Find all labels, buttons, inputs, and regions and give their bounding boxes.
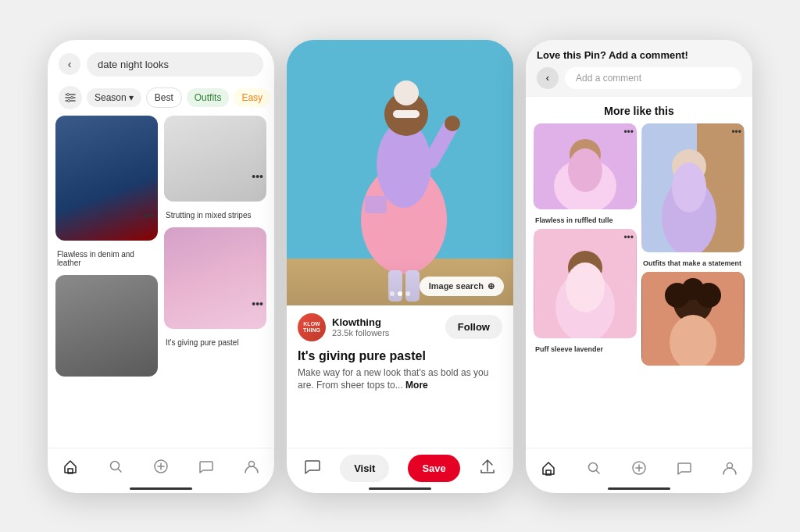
- more-col-2: ••• Outfits that make a statement: [641, 123, 745, 448]
- svg-rect-22: [365, 196, 387, 213]
- pin-label-pastel: It's giving pure pastel: [164, 335, 266, 348]
- more-card-puff[interactable]: •••: [534, 229, 637, 338]
- nav-search[interactable]: [108, 459, 123, 474]
- hero-dot-1: [390, 291, 395, 296]
- more-image-ruffled: [534, 123, 637, 209]
- search-bar-area: ‹ date night looks: [48, 40, 274, 83]
- share-icon: [479, 458, 496, 475]
- more-card-label-puff: Puff sleeve lavender: [534, 343, 637, 353]
- svg-point-18: [394, 80, 419, 105]
- phone-3: Love this Pin? Add a comment! ‹ Add a co…: [526, 40, 752, 493]
- hero-dot-3: [405, 291, 410, 296]
- comment-input-row: ‹ Add a comment: [537, 67, 741, 89]
- comment-input[interactable]: Add a comment: [565, 67, 741, 89]
- messages-icon-3: [677, 460, 692, 476]
- nav-profile-3[interactable]: [722, 460, 738, 476]
- back-icon: ‹: [68, 58, 72, 70]
- add-icon-3: [631, 460, 647, 476]
- pin-hero-image: ‹ ⋯: [287, 40, 513, 305]
- hero-dot-2: [398, 291, 402, 296]
- follow-button[interactable]: Follow: [445, 315, 502, 339]
- pin-more-button[interactable]: •••: [143, 209, 155, 222]
- visit-button[interactable]: Visit: [340, 455, 389, 482]
- more-image-brown: [641, 272, 745, 366]
- nav-profile[interactable]: [244, 459, 259, 474]
- more-card-curly[interactable]: [641, 272, 745, 366]
- add-icon: [153, 459, 169, 474]
- pin-card-stripes[interactable]: •••: [164, 116, 266, 202]
- nav-search-3[interactable]: [586, 460, 602, 476]
- share-button[interactable]: [479, 458, 496, 479]
- more-card-ruffled[interactable]: •••: [534, 123, 637, 209]
- chip-season[interactable]: Season ▾: [87, 88, 141, 107]
- chip-outfits[interactable]: Outfits: [187, 88, 230, 107]
- creator-details: Klowthing 23.5k followers: [332, 316, 389, 337]
- brown-woman-figure: [641, 272, 745, 366]
- more-like-title: More like this: [526, 97, 752, 123]
- svg-point-45: [589, 463, 598, 472]
- ruffled-tulle-figure: [534, 123, 637, 209]
- pin-actions-bar: Visit Save: [287, 448, 513, 488]
- pin-title: It's giving pure pastel: [298, 349, 502, 363]
- save-button[interactable]: Save: [408, 455, 459, 482]
- pin-label-stripes: Strutting in mixed stripes: [164, 208, 266, 221]
- pin-description: Make way for a new look that's as bold a…: [298, 366, 502, 393]
- back-arrow-icon: ‹: [546, 72, 549, 84]
- pin-more-button-pastel[interactable]: •••: [252, 298, 263, 310]
- pin-card-pastel[interactable]: •••: [164, 227, 266, 329]
- svg-point-42: [696, 283, 721, 308]
- pin-label-denim: Flawless in denim and leather: [55, 247, 158, 269]
- phone-2: ‹ ⋯: [287, 40, 513, 493]
- bottom-nav-1: [48, 448, 274, 488]
- creator-avatar[interactable]: KLOW THING: [298, 313, 326, 341]
- comment-back-button[interactable]: ‹: [537, 67, 559, 89]
- pin-more-button-stripes[interactable]: •••: [252, 170, 263, 183]
- svg-point-32: [566, 262, 605, 312]
- svg-point-7: [111, 462, 120, 470]
- more-card-more-puff[interactable]: •••: [623, 232, 634, 243]
- comment-icon: [304, 458, 321, 475]
- chip-easy[interactable]: Easy: [234, 88, 270, 107]
- hero-dots: [390, 291, 410, 296]
- nav-home-3[interactable]: [541, 460, 556, 476]
- filter-icon-button[interactable]: [59, 86, 82, 109]
- lavender-dress-figure: [641, 123, 745, 252]
- search-input[interactable]: date night looks: [87, 52, 263, 77]
- more-card-more-ruffled[interactable]: •••: [623, 127, 634, 137]
- svg-point-3: [67, 93, 70, 95]
- nav-add-3[interactable]: [631, 460, 647, 476]
- svg-point-37: [672, 162, 706, 212]
- pin-image-stripes: [164, 116, 266, 202]
- svg-point-5: [68, 99, 70, 102]
- home-icon: [62, 459, 78, 474]
- back-button[interactable]: ‹: [59, 53, 80, 75]
- nav-messages[interactable]: [198, 459, 214, 474]
- nav-home[interactable]: [62, 459, 78, 474]
- comment-section-title: Love this Pin? Add a comment!: [537, 49, 741, 61]
- messages-icon: [198, 459, 214, 474]
- image-search-button[interactable]: Image search ⊕: [420, 277, 504, 296]
- puff-sleeve-figure: [534, 229, 637, 338]
- svg-point-4: [71, 96, 73, 98]
- pin-card-denim[interactable]: •••: [55, 116, 158, 241]
- comment-button[interactable]: [304, 458, 321, 479]
- comment-header: Love this Pin? Add a comment! ‹ Add a co…: [526, 40, 752, 97]
- filter-icon: [65, 92, 76, 103]
- more-card-statement[interactable]: •••: [641, 123, 745, 252]
- more-card-more-statement[interactable]: •••: [731, 127, 741, 137]
- creator-info: KLOW THING Klowthing 23.5k followers: [298, 313, 389, 341]
- pin-image-pastel: [164, 227, 266, 329]
- nav-messages-3[interactable]: [677, 460, 692, 476]
- pin-image-denim: [55, 116, 158, 241]
- more-link[interactable]: More: [405, 380, 428, 391]
- svg-line-8: [119, 470, 122, 473]
- creator-row: KLOW THING Klowthing 23.5k followers Fol…: [298, 313, 502, 341]
- chip-best[interactable]: Best: [146, 87, 182, 108]
- more-like-grid: ••• Flawless in ruffled tulle: [526, 123, 752, 448]
- phone-1: ‹ date night looks: [48, 40, 274, 493]
- nav-add[interactable]: [153, 459, 169, 474]
- creator-name: Klowthing: [332, 316, 389, 328]
- filter-chips: Season ▾ Best Outfits Easy: [48, 83, 274, 116]
- pin-card-grey-woman[interactable]: [55, 275, 158, 377]
- home-icon-3: [541, 460, 556, 476]
